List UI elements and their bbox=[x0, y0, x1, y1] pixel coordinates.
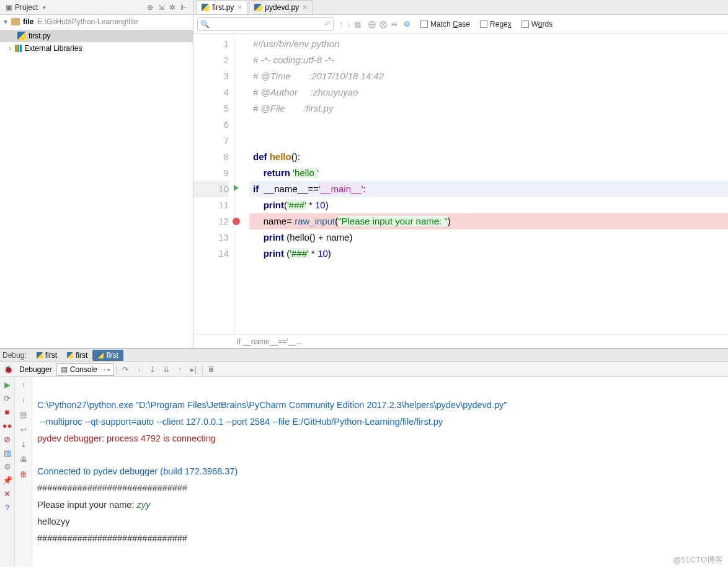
tab-pydevd[interactable]: pydevd.py × bbox=[249, 0, 313, 14]
console-line: ############################## bbox=[37, 483, 187, 493]
console-line: pydev debugger: process 4792 is connecti… bbox=[37, 433, 216, 443]
code-line[interactable]: # @File :first.py bbox=[249, 100, 728, 117]
python-file-icon bbox=[202, 4, 209, 11]
find-gear-icon[interactable]: ⚙ bbox=[404, 20, 411, 29]
breadcrumb[interactable]: if __name__=='__... bbox=[193, 334, 728, 348]
code-line[interactable]: #!/usr/bin/env python bbox=[249, 36, 728, 52]
code-line[interactable]: print ('###' * 10) bbox=[249, 246, 728, 262]
python-file-icon bbox=[254, 4, 262, 11]
regex-checkbox[interactable]: Regex bbox=[480, 20, 512, 29]
resume-icon[interactable]: ⟳ bbox=[2, 393, 12, 403]
filter-icon[interactable]: ▤ bbox=[18, 409, 29, 420]
close-icon[interactable]: × bbox=[303, 3, 307, 12]
tree-external-libraries[interactable]: › External Libraries bbox=[0, 42, 193, 55]
remove-selection-icon[interactable]: ⨂ bbox=[378, 20, 389, 29]
code-line[interactable]: print (hello() + name) bbox=[249, 229, 728, 246]
mute-breakpoints-icon[interactable]: ⊘ bbox=[2, 434, 12, 444]
tab-label: pydevd.py bbox=[265, 3, 299, 12]
search-icon: 🔍 bbox=[200, 20, 210, 29]
add-selection-icon[interactable]: ⨁ bbox=[366, 20, 378, 29]
collapse-icon[interactable]: ⇲ bbox=[156, 3, 167, 12]
project-toolbar-buttons: ⊕ ⇲ ✲ ⊩ bbox=[144, 3, 189, 12]
code-line[interactable]: # @Time :2017/10/18 14:42 bbox=[249, 68, 728, 84]
code-line[interactable]: # @Author :zhouyuyao bbox=[249, 84, 728, 100]
debug-side-actions: ▶ ⟳ ■ ●● ⊘ ▥ ⚙ 📌 ✕ ? bbox=[0, 377, 15, 567]
step-into-my-icon[interactable]: ⤓ bbox=[146, 363, 159, 376]
gutter-marks bbox=[234, 33, 247, 334]
step-into-icon[interactable]: ↓ bbox=[132, 363, 146, 376]
select-occurrences-icon[interactable]: ⩸ bbox=[389, 20, 400, 29]
console-side-actions: ↑ ↓ ▤ ↩ ⤓ 🖶 🗑 bbox=[15, 377, 32, 567]
match-case-checkbox[interactable]: Match Case bbox=[420, 20, 470, 29]
find-input-box[interactable]: 🔍 ↶ bbox=[197, 17, 334, 31]
view-breakpoints-icon[interactable]: ●● bbox=[2, 420, 12, 430]
root-name: file bbox=[23, 17, 33, 26]
console-line: Please input your name: zyy bbox=[37, 500, 150, 510]
hide-icon[interactable]: ⊩ bbox=[178, 3, 189, 12]
bug-icon[interactable]: 🐞 bbox=[1, 363, 15, 376]
watermark: @51CTO博客 bbox=[673, 554, 723, 566]
code-lines[interactable]: #!/usr/bin/env python# -*- coding:utf-8 … bbox=[247, 33, 728, 334]
debug-label: Debug: bbox=[2, 351, 27, 360]
history-icon[interactable]: ↶ bbox=[324, 20, 331, 29]
code-line[interactable] bbox=[249, 117, 728, 133]
dropdown-icon[interactable]: ▾ bbox=[39, 2, 49, 12]
folder-icon bbox=[11, 18, 20, 25]
select-all-icon[interactable]: ▦ bbox=[352, 20, 363, 29]
gear-icon[interactable]: ✲ bbox=[167, 3, 178, 12]
evaluate-icon[interactable]: 🖩 bbox=[205, 363, 218, 376]
debug-tab-0[interactable]: first bbox=[32, 350, 62, 361]
close-debug-icon[interactable]: ✕ bbox=[2, 489, 12, 499]
close-icon[interactable]: × bbox=[237, 3, 242, 12]
force-step-icon[interactable]: ⇊ bbox=[159, 363, 173, 376]
step-over-icon[interactable]: ↷ bbox=[118, 363, 132, 376]
next-icon[interactable]: ↓ bbox=[345, 20, 352, 29]
code-line[interactable]: # -*- coding:utf-8 -*- bbox=[249, 52, 728, 68]
libraries-icon bbox=[15, 45, 22, 52]
words-checkbox[interactable]: Words bbox=[522, 20, 553, 29]
debug-tab-1[interactable]: first bbox=[62, 350, 92, 361]
project-tree: first.py › External Libraries bbox=[0, 29, 193, 348]
python-file-icon bbox=[17, 32, 26, 40]
console-line: hellozyy bbox=[37, 517, 69, 526]
down-icon[interactable]: ↓ bbox=[18, 394, 29, 406]
settings-icon[interactable]: ⚙ bbox=[2, 461, 12, 471]
code-line[interactable]: return 'hello ' bbox=[249, 165, 728, 181]
project-root-row[interactable]: ▾ file E:\GitHub\Python-Learning\file bbox=[0, 15, 193, 29]
code-line[interactable]: print('###' * 10) bbox=[249, 197, 728, 213]
stop-icon[interactable]: ■ bbox=[2, 407, 12, 417]
code-editor[interactable]: 1234567891011121314 #!/usr/bin/env pytho… bbox=[193, 33, 728, 334]
find-opts: ⨁ ⨂ ⩸ bbox=[366, 20, 400, 29]
prev-icon[interactable]: ↑ bbox=[337, 20, 345, 29]
target-icon[interactable]: ⊕ bbox=[144, 3, 156, 12]
tab-first[interactable]: first.py × bbox=[196, 0, 247, 14]
debug-tab-2[interactable]: first bbox=[92, 350, 123, 361]
code-line[interactable]: if __name__=='__main__': bbox=[249, 181, 728, 197]
step-out-icon[interactable]: ↑ bbox=[173, 363, 187, 376]
scroll-end-icon[interactable]: ⤓ bbox=[18, 439, 29, 450]
find-input[interactable] bbox=[210, 20, 324, 29]
console-line: Process finished with exit code 0 bbox=[37, 566, 167, 567]
rerun-icon[interactable]: ▶ bbox=[2, 379, 12, 389]
print-icon[interactable]: 🖶 bbox=[18, 454, 29, 465]
debug-session-tabs: Debug: first first first bbox=[0, 348, 728, 362]
soft-wrap-icon[interactable]: ↩ bbox=[18, 424, 29, 435]
external-libraries-label: External Libraries bbox=[24, 44, 82, 53]
code-line[interactable]: name= raw_input("Please input your name:… bbox=[249, 213, 728, 229]
console-line: --multiproc --qt-support=auto --client 1… bbox=[37, 417, 443, 427]
pin-icon[interactable]: 📌 bbox=[2, 475, 12, 485]
find-nav: ↑ ↓ ▦ bbox=[337, 20, 363, 29]
code-line[interactable]: def hello(): bbox=[249, 149, 728, 165]
gutter[interactable]: 1234567891011121314 bbox=[193, 33, 234, 334]
clear-icon[interactable]: 🗑 bbox=[18, 469, 29, 480]
project-title[interactable]: Project bbox=[15, 3, 38, 12]
code-line[interactable] bbox=[249, 133, 728, 149]
help-icon[interactable]: ? bbox=[2, 502, 12, 512]
layout-icon[interactable]: ▥ bbox=[2, 448, 12, 458]
console-tab-button[interactable]: ▤Console→▪ bbox=[56, 363, 114, 376]
tree-file-first[interactable]: first.py bbox=[0, 30, 193, 42]
up-icon[interactable]: ↑ bbox=[18, 379, 29, 391]
debugger-tab-button[interactable]: Debugger bbox=[15, 363, 56, 376]
run-to-cursor-icon[interactable]: ▸| bbox=[187, 363, 200, 376]
console-output[interactable]: C:\Python27\python.exe "D:\Program Files… bbox=[32, 377, 728, 567]
